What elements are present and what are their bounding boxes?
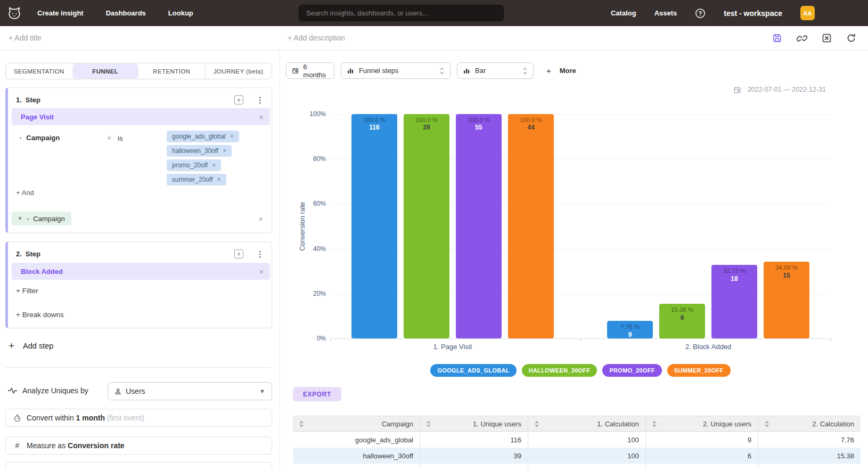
legend-chip-google_ads_global[interactable]: GOOGLE_ADS_GLOBAL <box>430 364 516 377</box>
column-header-2-unique-users[interactable]: 2. Unique users <box>645 416 758 431</box>
remove-filter-icon[interactable]: × <box>107 134 111 142</box>
analyze-by-select[interactable]: Users ▼ <box>108 382 272 400</box>
more-options-button[interactable]: + More <box>546 62 576 79</box>
filter-value-chip[interactable]: halloween_30off× <box>167 145 232 157</box>
add-title-button[interactable]: + Add title <box>9 34 42 42</box>
bullet-icon: · <box>27 215 29 223</box>
add-description-button[interactable]: + Add description <box>288 34 345 42</box>
nav-create-insight[interactable]: Create insight <box>37 9 84 17</box>
nav-dashboards[interactable]: Dashboards <box>106 9 146 17</box>
sort-icon[interactable] <box>765 421 769 427</box>
column-header-1-calculation[interactable]: 1. Calculation <box>528 416 645 431</box>
table-cell: 6 <box>645 448 758 464</box>
step-menu-icon[interactable]: ⋮ <box>256 250 264 258</box>
filter-operator[interactable]: is <box>118 134 122 142</box>
x-axis-category-label: 1. Page Visit <box>394 343 511 351</box>
refresh-icon[interactable] <box>846 33 856 43</box>
table-cell <box>645 464 758 469</box>
event-name: Page Visit <box>21 113 54 121</box>
breakdown-property: Campaign <box>33 215 64 223</box>
bar-promo_20off-2[interactable]: 32.73 %18 <box>711 265 757 338</box>
bar-halloween_30off-2[interactable]: 15.38 %6 <box>659 304 705 338</box>
add-filter-icon[interactable]: + <box>234 249 243 258</box>
legend-chip-promo_20off[interactable]: PROMO_20OFF <box>602 364 661 377</box>
y-axis-tick-label: 40% <box>280 245 326 253</box>
global-search-input[interactable] <box>298 4 504 22</box>
filter-property[interactable]: Campaign <box>26 134 60 142</box>
help-icon[interactable]: ? <box>695 8 706 19</box>
filter-value-chip[interactable]: promo_20off× <box>167 159 221 171</box>
step-menu-icon[interactable]: ⋮ <box>256 96 264 104</box>
close-insight-icon[interactable] <box>822 33 832 43</box>
measure-as-setting[interactable]: # Measure as Conversion rate <box>5 436 272 455</box>
column-header-2-calculation[interactable]: 2. Calculation <box>758 416 861 431</box>
date-range-display[interactable]: 2022-07-01 — 2022-12-31 <box>734 86 826 93</box>
add-step-button[interactable]: + Add step <box>9 340 53 352</box>
export-button[interactable]: EXPORT <box>293 387 341 401</box>
legend-chip-halloween_30off[interactable]: HALLOWEEN_30OFF <box>522 364 597 377</box>
bar-promo_20off-1[interactable]: 100.0 %55 <box>456 114 502 338</box>
table-row[interactable] <box>293 464 861 469</box>
column-header-campaign[interactable]: Campaign <box>293 416 420 431</box>
workspace-name[interactable]: test - workspace <box>724 9 782 18</box>
tab-segmentation[interactable]: SEGMENTATION <box>6 63 72 79</box>
column-header-1-unique-users[interactable]: 1. Unique users <box>420 416 528 431</box>
avatar[interactable]: AA <box>800 6 815 20</box>
plus-icon: + <box>9 340 14 352</box>
sort-icon[interactable] <box>299 421 304 427</box>
save-icon[interactable] <box>772 33 782 43</box>
app-logo-cat-icon[interactable] <box>5 6 23 21</box>
event-selector[interactable]: Block Added × <box>12 263 270 280</box>
sort-icon[interactable] <box>427 421 431 427</box>
tab-retention[interactable]: RETENTION <box>138 63 205 79</box>
legend-chip-summer_20off[interactable]: SUMMER_20OFF <box>667 364 731 377</box>
filter-value-chip[interactable]: summer_20off× <box>167 174 226 185</box>
chart-type-select[interactable]: Bar <box>457 62 534 79</box>
calendar-icon <box>292 67 298 74</box>
table-row[interactable]: halloween_30off39100615.38 <box>293 448 861 464</box>
analyze-uniques-label: Analyze Uniques by <box>7 386 88 395</box>
sort-icon[interactable] <box>535 421 539 427</box>
nav-assets[interactable]: Assets <box>654 9 677 17</box>
tab-journey-beta[interactable]: JOURNEY (beta) <box>205 63 272 79</box>
copy-link-icon[interactable] <box>797 33 807 44</box>
bar-google_ads_global-2[interactable]: 7.76 %9 <box>607 321 653 338</box>
view-type-select[interactable]: Funnel steps <box>341 62 451 79</box>
date-period-button[interactable]: 6 months <box>286 62 334 79</box>
bar-google_ads_global-1[interactable]: 100.0 %116 <box>351 114 397 338</box>
convert-within-setting[interactable]: Convert within 1 month(first event) <box>5 409 272 427</box>
unfold-arrows-icon <box>523 67 527 75</box>
sort-icon[interactable] <box>652 421 657 427</box>
table-cell: 100 <box>528 448 645 464</box>
bar-halloween_30off-1[interactable]: 100.0 %39 <box>404 114 449 338</box>
remove-breakdown-row-icon[interactable]: × <box>258 214 263 223</box>
breakdown-chip[interactable]: × · Campaign <box>12 212 71 225</box>
x-axis-category-label: 2. Block Added <box>650 343 767 351</box>
nav-lookup[interactable]: Lookup <box>168 9 193 17</box>
remove-value-icon[interactable]: × <box>230 133 234 140</box>
tab-funnel[interactable]: FUNNEL <box>72 63 139 79</box>
additional-setting[interactable] <box>5 462 272 469</box>
remove-value-icon[interactable]: × <box>212 161 216 169</box>
remove-value-icon[interactable]: × <box>217 176 220 183</box>
remove-value-icon[interactable]: × <box>223 147 226 155</box>
table-cell: halloween_30off <box>293 448 420 464</box>
event-selector[interactable]: Page Visit × <box>12 108 270 125</box>
remove-event-icon[interactable]: × <box>259 267 264 276</box>
x-axis-tick <box>831 338 831 342</box>
table-header-row: Campaign1. Unique users1. Calculation2. … <box>293 416 861 432</box>
y-axis-label: Conversion rate <box>298 114 306 338</box>
bar-summer_20off-1[interactable]: 100.0 %44 <box>508 114 554 338</box>
add-filter-icon[interactable]: + <box>234 95 243 104</box>
bar-summer_20off-2[interactable]: 34.09 %15 <box>764 262 809 338</box>
add-and-condition-button[interactable]: + And <box>16 189 34 197</box>
remove-breakdown-icon[interactable]: × <box>18 215 22 222</box>
remove-event-icon[interactable]: × <box>259 112 264 122</box>
x-axis-tick <box>580 338 581 342</box>
nav-catalog[interactable]: Catalog <box>611 9 636 17</box>
funnel-step-2-card: 2. Step + ⋮ Block Added × + Filter + Bre… <box>5 241 272 328</box>
add-breakdowns-button[interactable]: + Break downs <box>16 311 64 319</box>
table-row[interactable]: google_ads_global11610097.76 <box>293 432 861 448</box>
filter-value-chip[interactable]: google_ads_global× <box>167 131 239 142</box>
add-filter-button[interactable]: + Filter <box>16 287 38 295</box>
